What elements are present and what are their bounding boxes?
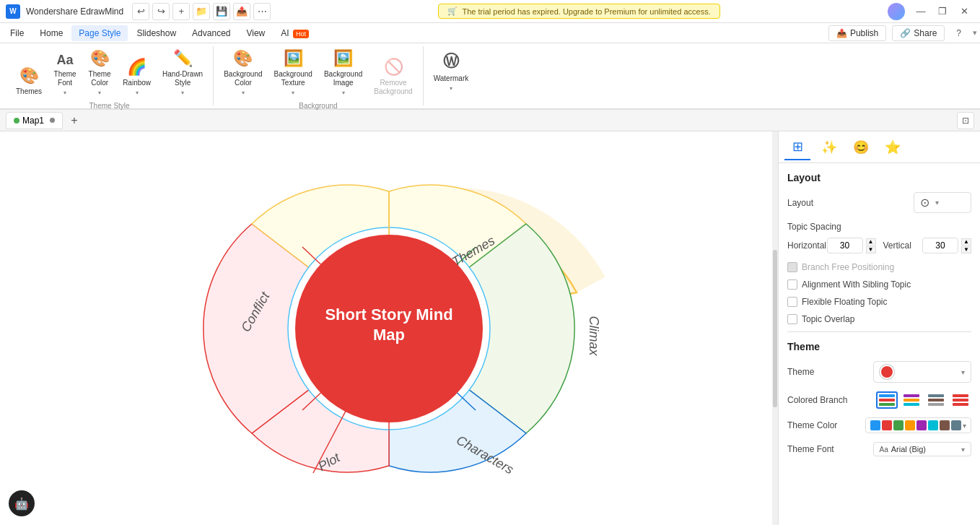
vertical-down[interactable]: ▼ [961, 246, 971, 253]
remove-bg-icon: 🚫 [384, 58, 403, 77]
horizontal-down[interactable]: ▼ [866, 246, 876, 253]
bg-texture-label: BackgroundTexture [274, 70, 312, 87]
watermark-icon: Ⓦ [443, 51, 459, 72]
vertical-input[interactable] [922, 238, 958, 253]
help-button[interactable]: ? [950, 26, 967, 40]
panel-tab-emoji[interactable]: 😊 [848, 134, 874, 160]
trial-banner[interactable]: 🛒 The trial period has expired. Upgrade … [438, 4, 719, 19]
ribbon-bg-items: 🎨 BackgroundColor ▾ 🖼️ BackgroundTexture… [219, 46, 417, 99]
ribbon-rainbow-button[interactable]: 🌈 Rainbow ▾ [118, 55, 155, 99]
theme-select-arrow: ▾ [961, 368, 965, 376]
share-button[interactable]: 🔗 Share [892, 25, 945, 41]
user-avatar[interactable] [888, 3, 905, 20]
theme-font-label: ThemeFont [54, 70, 76, 87]
theme-label: Theme [787, 367, 873, 377]
menu-file[interactable]: File [3, 25, 31, 41]
color-dot-4[interactable] [905, 420, 915, 430]
undo-button[interactable]: ↩ [132, 3, 149, 20]
branch-opt-4[interactable] [950, 391, 971, 409]
overlap-checkbox[interactable] [787, 314, 797, 324]
branch-opt-2[interactable] [901, 391, 922, 409]
theme-colors-row[interactable]: ▾ [865, 417, 971, 433]
menu-view[interactable]: View [239, 25, 272, 41]
layout-select[interactable]: ⊙ ▾ [914, 192, 971, 213]
panel-tab-layout[interactable]: ⊞ [784, 134, 810, 160]
menu-page-style[interactable]: Page Style [71, 25, 128, 41]
add-tab-button[interactable]: + [66, 112, 83, 129]
ribbon-watermark-button[interactable]: Ⓦ Watermark ▾ [429, 48, 473, 95]
publish-button[interactable]: 📤 Publish [828, 25, 886, 41]
svg-text:Map: Map [373, 326, 405, 344]
vertical-up[interactable]: ▲ [961, 238, 971, 246]
title-bar-center: 🛒 The trial period has expired. Upgrade … [276, 4, 882, 19]
menu-slideshow[interactable]: Slideshow [129, 25, 183, 41]
mindmap-svg: Short Story Mind Map Themes Climax Chara… [108, 148, 670, 509]
open-button[interactable]: 📁 [193, 3, 210, 20]
scrollbar-track[interactable] [772, 131, 778, 525]
panel-divider-1 [787, 331, 971, 332]
tab-map1[interactable]: Map1 [6, 112, 63, 129]
help-arrow: ▾ [973, 28, 977, 38]
branch-free-checkbox[interactable] [787, 262, 797, 272]
theme-row: Theme ▾ [787, 361, 971, 383]
theme-select[interactable]: ▾ [873, 361, 972, 383]
horizontal-input[interactable] [827, 238, 863, 253]
more-button[interactable]: ⋯ [253, 3, 271, 20]
menu-advanced[interactable]: Advanced [185, 25, 237, 41]
ribbon-themes-button[interactable]: 🎨 Themes [12, 64, 46, 99]
flexible-checkbox[interactable] [787, 297, 797, 307]
new-button[interactable]: + [172, 3, 190, 20]
expand-button[interactable]: ⊡ [957, 112, 974, 129]
color-dot-1[interactable] [870, 420, 880, 430]
hand-drawn-label: Hand-DrawnStyle [162, 70, 203, 87]
helper-icon: 🤖 [14, 497, 29, 511]
theme-color-arrow: ▾ [963, 422, 966, 430]
alignment-checkbox[interactable] [787, 279, 797, 290]
panel-tab-star[interactable]: ⭐ [880, 134, 906, 160]
ribbon-theme-color-button[interactable]: 🎨 ThemeColor ▾ [84, 46, 115, 99]
font-select-value: Arial (Big) [891, 445, 955, 454]
font-select[interactable]: Aa Arial (Big) ▾ [873, 442, 972, 456]
ribbon-bg-color-button[interactable]: 🎨 BackgroundColor ▾ [219, 46, 266, 99]
menu-ai[interactable]: AI Hot [274, 25, 316, 41]
font-select-prefix: Aa [880, 446, 888, 454]
ribbon-theme-font-button[interactable]: Aa ThemeFont ▾ [49, 50, 81, 99]
window-controls: — ❐ ✕ [911, 1, 974, 22]
ribbon-theme-items: 🎨 Themes Aa ThemeFont ▾ 🎨 ThemeColor ▾ 🌈… [12, 46, 207, 99]
ribbon: 🎨 Themes Aa ThemeFont ▾ 🎨 ThemeColor ▾ 🌈… [0, 43, 980, 110]
maximize-button[interactable]: ❐ [932, 1, 953, 22]
horizontal-label: Horizontal [787, 240, 827, 251]
close-button[interactable]: ✕ [954, 1, 974, 22]
panel-tab-ai[interactable]: ✨ [816, 134, 842, 160]
rainbow-icon: 🌈 [127, 58, 146, 77]
menu-home[interactable]: Home [32, 25, 70, 41]
branch-opt-3[interactable] [925, 391, 947, 409]
theme-color-arrow: ▾ [98, 90, 101, 96]
tab-map1-dot [14, 118, 19, 123]
color-dot-8[interactable] [951, 420, 961, 430]
flexible-row: Flexible Floating Topic [787, 297, 971, 307]
scrollbar-thumb[interactable] [773, 250, 777, 407]
bg-texture-arrow: ▾ [292, 90, 294, 96]
branch-opt-1[interactable] [876, 391, 898, 409]
color-dot-3[interactable] [893, 420, 904, 430]
ribbon-bg-image-button[interactable]: 🖼️ BackgroundImage ▾ [320, 46, 367, 99]
color-dot-6[interactable] [928, 420, 938, 430]
color-dot-2[interactable] [882, 420, 892, 430]
menu-right: 📤 Publish 🔗 Share ? ▾ [828, 25, 977, 41]
color-dot-7[interactable] [940, 420, 950, 430]
spacing-row: Horizontal ▲ ▼ Vertical ▲ ▼ [787, 238, 971, 253]
ribbon-hand-drawn-button[interactable]: ✏️ Hand-DrawnStyle ▾ [158, 46, 207, 99]
helper-button[interactable]: 🤖 [9, 490, 35, 516]
minimize-button[interactable]: — [911, 1, 931, 22]
ribbon-bg-texture-button[interactable]: 🖼️ BackgroundTexture ▾ [270, 46, 317, 99]
export-button[interactable]: 📤 [233, 3, 250, 20]
color-dot-5[interactable] [916, 420, 927, 430]
horizontal-up[interactable]: ▲ [866, 238, 876, 246]
canvas[interactable]: Short Story Mind Map Themes Climax Chara… [0, 131, 778, 525]
save-button[interactable]: 💾 [213, 3, 230, 20]
redo-button[interactable]: ↪ [152, 3, 170, 20]
horizontal-spinner: ▲ ▼ [866, 238, 876, 253]
vertical-label: Vertical [883, 240, 923, 251]
rainbow-label: Rainbow [123, 79, 151, 87]
